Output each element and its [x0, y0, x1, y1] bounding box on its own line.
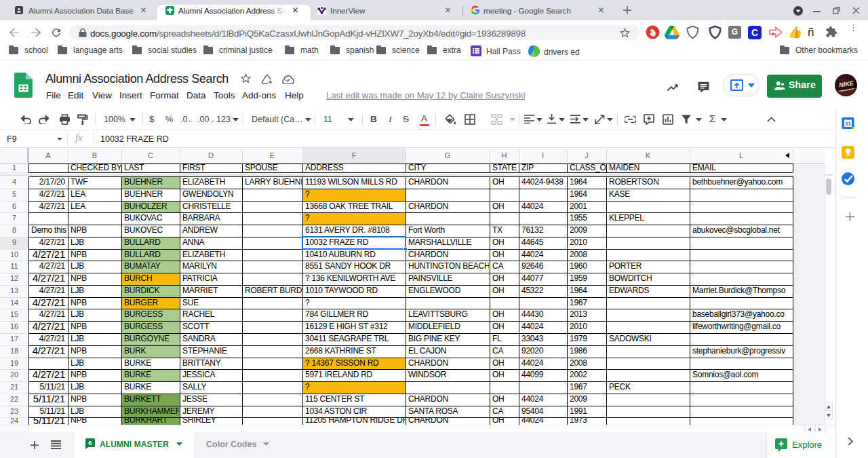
svg-text:31: 31 [845, 121, 850, 127]
